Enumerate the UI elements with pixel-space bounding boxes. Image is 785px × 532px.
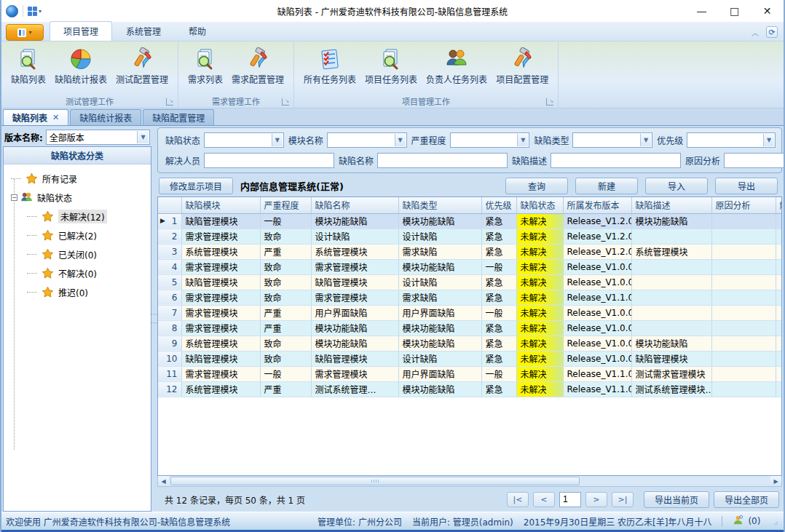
cell-release[interactable]: Release_V1.2.0: [563, 213, 631, 229]
table-row[interactable]: 2需求管理模块致命设计缺陷设计缺陷紧急未解决Release_V1.2.0: [158, 229, 782, 244]
doc-tab-缺陷配置管理[interactable]: 缺陷配置管理: [143, 109, 214, 125]
cell-type[interactable]: 模块功能缺陷: [398, 259, 481, 274]
cell-priority[interactable]: 一般: [481, 305, 516, 320]
cell-release[interactable]: Release_V1.1.0: [563, 381, 631, 397]
cell-module[interactable]: 系统管理模块: [181, 336, 260, 351]
cell-desc[interactable]: 测试需求管理模块: [631, 366, 711, 381]
cell-name[interactable]: 模块功能缺陷: [311, 336, 398, 351]
cell-module[interactable]: 需求管理模块: [181, 259, 260, 274]
cell-desc[interactable]: [631, 290, 711, 305]
cell-type[interactable]: 需求缺陷: [398, 244, 481, 259]
cell-release[interactable]: Release_V1.0.0: [563, 259, 631, 274]
cell-desc[interactable]: 模块功能缺陷: [631, 213, 711, 229]
cell-module[interactable]: 需求管理模块: [181, 229, 260, 244]
cell-solution[interactable]: [776, 244, 782, 259]
cell-type[interactable]: 设计缺陷: [398, 351, 481, 366]
cell-type[interactable]: 用户界面缺陷: [398, 366, 481, 381]
cell-module[interactable]: 缺陷管理模块: [181, 274, 260, 290]
filter-input-解决人员[interactable]: [204, 153, 334, 168]
ribbon-button-需求列表[interactable]: 需求列表: [184, 46, 226, 87]
cell-desc[interactable]: 系统管理模块: [631, 244, 711, 259]
cell-module[interactable]: 需求管理模块: [181, 305, 260, 320]
cell-cause[interactable]: [711, 351, 776, 366]
first-page-button[interactable]: |<: [507, 492, 529, 507]
cell-type[interactable]: 模块功能缺陷: [398, 336, 481, 351]
cell-desc[interactable]: [631, 259, 711, 274]
filter-input-原因分析[interactable]: [724, 153, 785, 168]
filter-input-缺陷描述[interactable]: [551, 153, 681, 168]
filter-select-优先级[interactable]: ▼: [687, 132, 776, 148]
cell-cause[interactable]: [711, 274, 776, 290]
ribbon-tab-项目管理[interactable]: 项目管理: [50, 21, 112, 41]
scroll-left-icon[interactable]: ◀: [158, 476, 169, 486]
cell-severity[interactable]: 致命: [260, 351, 311, 366]
ribbon-collapse-icon[interactable]: ︿: [752, 27, 759, 38]
cell-name[interactable]: 需求管理模块: [311, 259, 398, 274]
filter-select-模块名称[interactable]: ▼: [327, 132, 407, 148]
panel-splitter[interactable]: ⋮⋮: [151, 127, 157, 512]
ribbon-button-需求配置管理[interactable]: 需求配置管理: [228, 46, 288, 87]
column-header-严重程度[interactable]: 严重程度: [260, 197, 311, 213]
cell-name[interactable]: 设计缺陷: [311, 229, 398, 244]
messenger-icon[interactable]: [733, 515, 743, 528]
prev-page-button[interactable]: <: [533, 492, 555, 507]
cell-status[interactable]: 未解决: [516, 336, 563, 351]
tree-item-已关闭(0)[interactable]: 已关闭(0): [11, 245, 151, 263]
scroll-right-icon[interactable]: ▶: [770, 476, 781, 486]
cell-priority[interactable]: 紧急: [481, 274, 516, 290]
cell-priority[interactable]: 紧急: [481, 336, 516, 351]
dialog-launcher-icon[interactable]: ↘: [282, 98, 289, 106]
table-row[interactable]: 8需求管理模块严重模块功能缺陷模块功能缺陷紧急未解决Release_V1.0.0: [158, 320, 782, 336]
cell-severity[interactable]: 致命: [260, 290, 311, 305]
column-header-缺陷描述[interactable]: 缺陷描述: [631, 197, 711, 213]
cell-name[interactable]: 测试系统管理…: [311, 381, 398, 397]
cell-name[interactable]: 缺陷管理模块: [311, 351, 398, 366]
filter-input-缺陷名称[interactable]: [377, 153, 508, 168]
cell-priority[interactable]: 紧急: [481, 351, 516, 366]
cell-cause[interactable]: [711, 213, 776, 229]
column-header-所属发布版本[interactable]: 所属发布版本: [563, 197, 631, 213]
cell-cause[interactable]: [711, 290, 776, 305]
row-selector[interactable]: 8: [158, 320, 181, 336]
table-row[interactable]: 7需求管理模块严重用户界面缺陷用户界面缺陷一般未解决Release_V1.0.0: [158, 305, 782, 320]
cell-status[interactable]: 未解决: [516, 290, 563, 305]
doc-tab-缺陷列表[interactable]: 缺陷列表✕: [3, 109, 68, 125]
cell-module[interactable]: 需求管理模块: [181, 366, 260, 381]
dialog-launcher-icon[interactable]: ↘: [166, 98, 173, 106]
cell-desc[interactable]: [631, 229, 711, 244]
cell-module[interactable]: 需求管理模块: [181, 320, 260, 336]
ribbon-button-负责人任务列表[interactable]: 负责人任务列表: [422, 46, 491, 87]
row-selector[interactable]: 12: [158, 381, 181, 397]
cell-priority[interactable]: 紧急: [481, 381, 516, 397]
cell-cause[interactable]: [711, 229, 776, 244]
tree-item-已解决(2)[interactable]: 已解决(2): [11, 226, 151, 245]
ribbon-button-缺陷统计报表[interactable]: 缺陷统计报表: [51, 46, 111, 87]
cell-desc[interactable]: [631, 274, 711, 290]
cell-severity[interactable]: 一般: [260, 366, 311, 381]
cell-release[interactable]: Release_V1.0.0: [563, 305, 631, 320]
ribbon-button-测试配置管理[interactable]: 测试配置管理: [112, 46, 172, 87]
resize-grip[interactable]: ⣠: [773, 517, 779, 525]
cell-solution[interactable]: [776, 366, 782, 381]
tree-item-所有记录[interactable]: 所有记录: [11, 169, 151, 188]
filter-select-缺陷状态[interactable]: ▼: [204, 132, 284, 148]
cell-solution[interactable]: [776, 290, 782, 305]
row-selector[interactable]: 9: [158, 336, 181, 351]
cell-severity[interactable]: 致命: [260, 259, 311, 274]
cell-name[interactable]: 用户界面缺陷: [311, 305, 398, 320]
version-select[interactable]: 全部版本 ▼: [46, 130, 150, 145]
last-page-button[interactable]: >|: [612, 492, 634, 507]
cell-module[interactable]: 缺陷管理模块: [181, 351, 260, 366]
page-number-input[interactable]: [559, 492, 581, 507]
cell-severity[interactable]: 一般: [260, 213, 311, 229]
cell-severity[interactable]: 致命: [260, 229, 311, 244]
row-selector[interactable]: ▶1: [158, 213, 181, 229]
column-header-selector[interactable]: [158, 197, 181, 213]
cell-type[interactable]: 需求缺陷: [398, 290, 481, 305]
cell-type[interactable]: 设计缺陷: [398, 229, 481, 244]
cell-release[interactable]: Release_V1.2.0: [563, 229, 631, 244]
cell-name[interactable]: 需求管理模块: [311, 366, 398, 381]
ribbon-tab-系统管理[interactable]: 系统管理: [112, 21, 175, 41]
column-header-缺陷模块[interactable]: 缺陷模块: [181, 197, 260, 213]
cell-status[interactable]: 未解决: [516, 259, 563, 274]
